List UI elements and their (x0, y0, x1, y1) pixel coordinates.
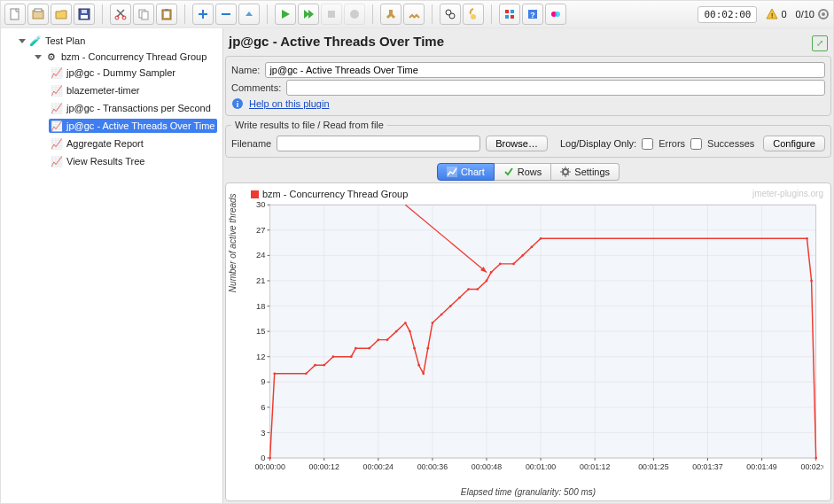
start-button[interactable] (275, 4, 296, 25)
svg-point-106 (332, 355, 335, 358)
svg-point-115 (413, 347, 416, 350)
tree-item[interactable]: 📈jp@gc - Active Threads Over Time (49, 119, 217, 133)
shutdown-button[interactable] (344, 4, 365, 25)
chart-icon (447, 167, 457, 177)
test-plan-tree[interactable]: 🧪Test Plan ⚙bzm - Concurrency Thread Gro… (1, 28, 223, 503)
svg-point-128 (512, 263, 515, 266)
svg-text:00:00:00: 00:00:00 (254, 462, 284, 471)
svg-point-117 (422, 372, 425, 375)
disclosure-icon[interactable] (19, 39, 26, 43)
copy-button[interactable] (133, 4, 154, 25)
svg-point-105 (323, 364, 325, 367)
svg-point-103 (305, 372, 308, 375)
paste-button[interactable] (156, 4, 177, 25)
tree-item[interactable]: 📈Aggregate Report (49, 136, 217, 151)
svg-rect-21 (505, 15, 509, 19)
svg-text:9: 9 (261, 377, 265, 386)
svg-text:27: 27 (256, 226, 265, 235)
logdisplay-label: Log/Display Only: (560, 138, 636, 149)
info-icon: i (231, 97, 244, 110)
listener-icon: 📈 (51, 66, 63, 79)
save-button[interactable] (74, 4, 95, 25)
svg-rect-22 (511, 15, 514, 19)
tree-item[interactable]: 📈jp@gc - Dummy Sampler (49, 66, 217, 80)
svg-text:00:01:25: 00:01:25 (638, 462, 668, 471)
open-button[interactable] (51, 4, 72, 25)
name-fieldset: Name: Comments: i Help on this plugin (225, 56, 831, 116)
tree-thread-group[interactable]: ⚙bzm - Concurrency Thread Group (33, 50, 219, 64)
svg-point-18 (471, 14, 476, 19)
svg-text:i: i (237, 100, 239, 109)
svg-point-133 (810, 280, 813, 283)
function-helper-button[interactable] (499, 4, 520, 25)
svg-point-26 (555, 12, 560, 17)
reset-search-button[interactable] (463, 4, 484, 25)
browse-button[interactable]: Browse… (486, 136, 548, 151)
expand-panel-button[interactable]: ⤢ (812, 35, 828, 51)
configure-button[interactable]: Configure (763, 136, 825, 151)
svg-text:?: ? (530, 11, 535, 19)
svg-point-108 (355, 347, 357, 350)
name-input[interactable] (265, 62, 825, 78)
svg-text:15: 15 (256, 327, 265, 336)
svg-point-29 (822, 12, 825, 16)
chart-legend: bzm - Concurrency Thread Group (251, 189, 408, 199)
tree-item[interactable]: 📈jp@gc - Transactions per Second (49, 101, 217, 115)
plugin-button[interactable] (545, 4, 566, 25)
svg-point-131 (540, 237, 542, 240)
cut-button[interactable] (110, 4, 131, 25)
stop-button[interactable] (321, 4, 342, 25)
templates-button[interactable] (27, 4, 49, 25)
svg-point-127 (499, 263, 502, 266)
listener-icon: 📈 (51, 137, 63, 150)
svg-rect-9 (142, 12, 148, 19)
disclosure-icon[interactable] (35, 55, 42, 59)
svg-point-14 (350, 10, 359, 19)
comments-input[interactable] (286, 80, 825, 96)
successes-checkbox[interactable] (690, 138, 702, 150)
start-no-pause-button[interactable] (298, 4, 319, 25)
gear-icon (560, 167, 571, 177)
clear-all-button[interactable] (403, 4, 425, 25)
listener-icon: 📈 (51, 102, 63, 114)
help-button[interactable]: ? (522, 4, 543, 25)
clear-button[interactable] (380, 4, 401, 25)
gear-icon: ⚙ (45, 50, 58, 63)
name-label: Name: (231, 65, 260, 75)
tab-settings[interactable]: Settings (551, 163, 620, 181)
svg-point-102 (273, 372, 276, 375)
svg-point-113 (404, 322, 407, 324)
flask-icon: 🧪 (29, 35, 42, 47)
svg-point-112 (395, 330, 398, 333)
svg-point-121 (449, 305, 452, 307)
svg-text:3: 3 (261, 429, 265, 438)
tab-rows[interactable]: Rows (495, 163, 552, 181)
svg-point-33 (563, 169, 568, 174)
svg-point-129 (521, 254, 524, 257)
svg-rect-4 (81, 15, 88, 19)
help-link[interactable]: Help on this plugin (249, 98, 330, 109)
svg-text:00:00:12: 00:00:12 (309, 462, 339, 471)
search-button[interactable] (440, 4, 461, 25)
tree-item[interactable]: 📈View Results Tree (49, 154, 217, 168)
svg-text:18: 18 (256, 302, 265, 311)
tree-item[interactable]: 📈blazemeter-timer (49, 83, 217, 97)
errors-checkbox[interactable] (642, 138, 653, 150)
tree-root[interactable]: 🧪Test Plan (17, 34, 221, 48)
new-button[interactable] (4, 4, 26, 25)
svg-rect-12 (165, 9, 168, 11)
toggle-button[interactable] (238, 4, 260, 25)
tab-chart[interactable]: Chart (437, 163, 495, 181)
expand-button[interactable] (192, 4, 214, 25)
chart-canvas: 03691215182124273000:00:0000:00:1200:00:… (233, 199, 823, 484)
warning-icon: ! (766, 8, 778, 20)
svg-text:00:01:37: 00:01:37 (692, 462, 722, 471)
file-legend: Write results to file / Read from file (231, 120, 387, 130)
svg-point-124 (476, 288, 479, 291)
chart-panel: bzm - Concurrency Thread Group jmeter-pl… (225, 182, 831, 501)
collapse-button[interactable] (215, 4, 237, 25)
chart-tabs: Chart Rows Settings (225, 163, 831, 181)
file-fieldset: Write results to file / Read from file F… (225, 120, 831, 158)
page-title: jp@gc - Active Threads Over Time (229, 34, 444, 49)
filename-input[interactable] (277, 136, 480, 151)
